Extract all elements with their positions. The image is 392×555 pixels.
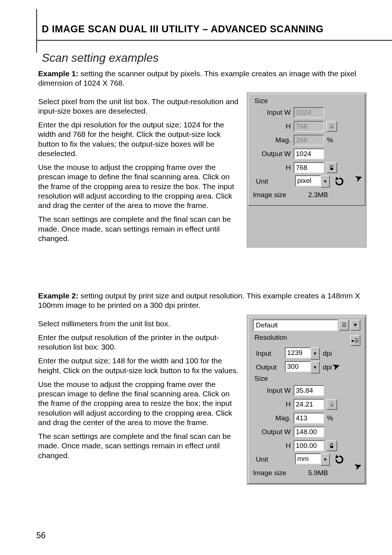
imagesize-label-2: Image size (253, 469, 286, 477)
chevron-down-icon[interactable]: ▼ (320, 453, 330, 466)
svg-marker-2 (335, 177, 339, 180)
ex1-p1: Select pixel from the unit list box. The… (38, 97, 240, 116)
imagesize-value-2: 5.9MB (308, 469, 328, 477)
input-lock-button[interactable] (326, 121, 337, 132)
inputh-label: H (252, 122, 294, 131)
svg-rect-1 (330, 168, 333, 170)
output-res-combo[interactable]: 300 ▼ (285, 361, 320, 374)
inputw-label: Input W (252, 108, 294, 117)
inputw-field: 1024 (294, 107, 324, 118)
svg-marker-5 (335, 455, 339, 458)
inputw-field-2[interactable]: 35.84 (294, 385, 324, 396)
page-title: D IMAGE SCAN DUAL III UTILITY – ADVANCED… (42, 24, 367, 35)
svg-rect-0 (330, 126, 333, 128)
job-name-field[interactable]: Default (253, 319, 338, 331)
ex2-p4: Use the mouse to adjust the cropping fra… (38, 380, 240, 427)
size-heading-2: Size (252, 374, 362, 383)
unit-label: Unit (252, 177, 295, 186)
inputh-field-2[interactable]: 24.21 (294, 399, 324, 410)
outputh-field-2[interactable]: 100.00 (294, 440, 324, 451)
size-panel-1: Size Input W 1024 H 768 Mag. 268 (247, 93, 367, 248)
mag-label: Mag. (252, 136, 294, 144)
title-dimage: D (42, 24, 49, 34)
outputw-label: Output W (252, 150, 294, 158)
output-res-label: Output (252, 363, 285, 372)
mag-field: 268 (294, 135, 324, 146)
ex1-p3: Use the mouse to adjust the cropping fra… (38, 163, 240, 210)
imagesize-label: Image size (253, 191, 286, 199)
title-rest: IMAGE SCAN DUAL III UTILITY – ADVANCED S… (52, 24, 324, 34)
reset-icon[interactable] (332, 176, 347, 187)
reset-icon-2[interactable] (332, 454, 347, 465)
ex2-p2: Enter the output resolution of the print… (38, 333, 240, 352)
input-res-label: Input (252, 349, 285, 358)
inputw-label-2: Input W (252, 386, 294, 395)
output-lock-button-2[interactable] (326, 440, 337, 451)
input-lock-button-2[interactable] (326, 399, 337, 410)
size-panel-2: Default ☰ ▼ Resolution ▸☰ Input 1239 ▼ (247, 315, 367, 485)
chevron-down-icon[interactable]: ▼ (310, 361, 320, 374)
dpi-label: dpi (323, 349, 332, 358)
ex1-p4: The scan settings are complete and the f… (38, 215, 240, 243)
mag-unit-2: % (327, 414, 333, 423)
ex2-p5: The scan settings are complete and the f… (38, 432, 240, 460)
chevron-down-icon[interactable]: ▼ (350, 320, 360, 331)
ex2-p1: Select millimeters from the unit list bo… (38, 319, 240, 328)
chevron-down-icon[interactable]: ▼ (320, 175, 330, 188)
example2-intro: Example 2: setting output by print size … (38, 291, 367, 310)
outputh-label-2: H (252, 441, 294, 450)
outputh-field[interactable]: 768 (294, 162, 324, 173)
output-lock-button[interactable] (326, 162, 337, 173)
ex1-p2: Enter the dpi resolution for the output … (38, 120, 240, 158)
inputh-field: 768 (294, 121, 324, 132)
outputw-label-2: Output W (252, 428, 294, 436)
outputh-label: H (252, 163, 294, 172)
unit-combo-2[interactable]: mm ▼ (295, 453, 330, 466)
inputh-label-2: H (252, 400, 294, 409)
ex2-p3: Enter the output size; 148 for the width… (38, 356, 240, 375)
mag-label-2: Mag. (252, 414, 294, 423)
outputw-field-2[interactable]: 148.00 (294, 427, 324, 437)
dpi-label-2: dpi (323, 363, 332, 372)
svg-rect-4 (330, 446, 333, 448)
save-job-button[interactable]: ▸☰ (350, 335, 360, 346)
unit-label-2: Unit (252, 455, 295, 464)
outputw-field[interactable]: 1024 (294, 148, 324, 159)
input-res-combo[interactable]: 1239 ▼ (285, 347, 320, 360)
size-heading: Size (252, 97, 362, 105)
svg-rect-3 (330, 404, 333, 407)
unit-combo[interactable]: pixel ▼ (295, 175, 330, 188)
page-number: 56 (36, 531, 46, 540)
chevron-down-icon[interactable]: ▼ (310, 347, 320, 360)
section-title: Scan setting examples (42, 51, 367, 65)
example1-intro: Example 1: setting the scanner output by… (38, 69, 367, 88)
mag-unit: % (327, 136, 333, 144)
load-job-button[interactable]: ☰ (339, 320, 349, 331)
imagesize-value: 2.3MB (308, 191, 328, 199)
mag-field-2[interactable]: 413 (294, 413, 324, 424)
